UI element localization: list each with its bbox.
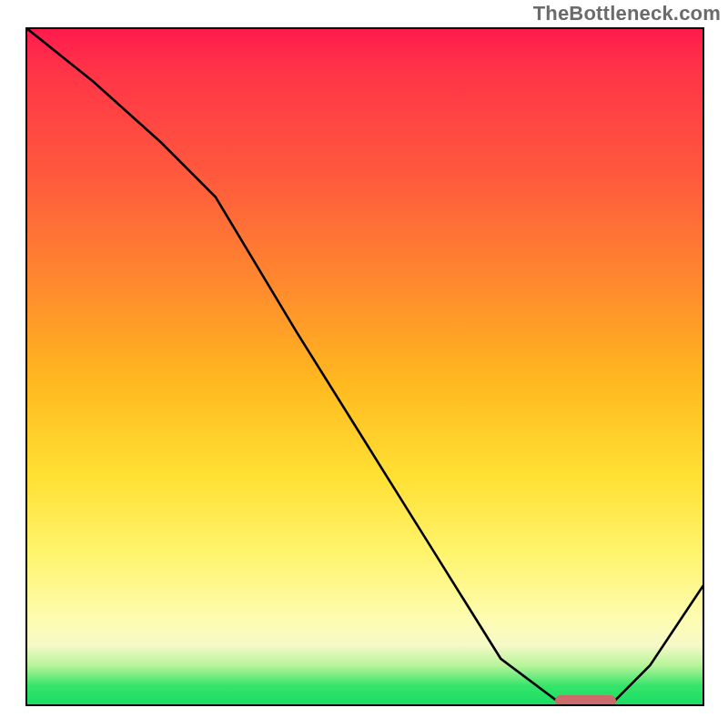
plot-area xyxy=(25,27,704,706)
watermark-text: TheBottleneck.com xyxy=(533,2,721,25)
optimal-range-marker xyxy=(555,695,616,706)
bottleneck-curve-path xyxy=(25,27,704,706)
chart-canvas: TheBottleneck.com xyxy=(0,0,728,728)
curve-svg xyxy=(25,27,704,706)
